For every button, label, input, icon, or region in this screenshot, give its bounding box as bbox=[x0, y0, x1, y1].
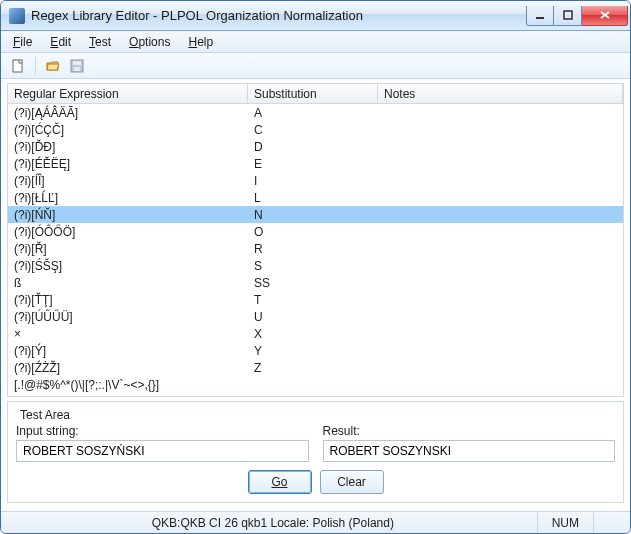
menu-bar: File Edit Test Options Help bbox=[1, 31, 630, 53]
status-num: NUM bbox=[537, 512, 593, 533]
clear-button[interactable]: Clear bbox=[320, 470, 384, 494]
cell-notes bbox=[378, 189, 623, 206]
content-area: Regular Expression Substitution Notes (?… bbox=[1, 79, 630, 511]
maximize-button[interactable] bbox=[554, 6, 582, 26]
grid-header: Regular Expression Substitution Notes bbox=[8, 84, 623, 104]
cell-notes bbox=[378, 291, 623, 308]
column-header-regex[interactable]: Regular Expression bbox=[8, 84, 248, 103]
grid-row[interactable]: (?i)[ĎĐ]D bbox=[8, 138, 623, 155]
grid-row[interactable]: (?i)[Ý]Y bbox=[8, 342, 623, 359]
input-string-label: Input string: bbox=[16, 424, 309, 438]
cell-regex: (?i)[ÉĚËĘ] bbox=[8, 155, 248, 172]
cell-notes bbox=[378, 155, 623, 172]
cell-substitution: SS bbox=[248, 274, 378, 291]
cell-regex: (?i)[ŃŇ] bbox=[8, 206, 248, 223]
cell-regex: (?i)[ĄÁÂÄÃ] bbox=[8, 104, 248, 121]
cell-notes bbox=[378, 257, 623, 274]
cell-substitution: R bbox=[248, 240, 378, 257]
grid-row[interactable]: (?i)[ÍÎ]I bbox=[8, 172, 623, 189]
cell-substitution: L bbox=[248, 189, 378, 206]
grid-row[interactable]: (?i)[ĄÁÂÄÃ]A bbox=[8, 104, 623, 121]
menu-edit[interactable]: Edit bbox=[42, 33, 79, 51]
go-button[interactable]: Go bbox=[248, 470, 312, 494]
cell-regex: (?i)[ÚÛŰÜ] bbox=[8, 308, 248, 325]
test-area-legend: Test Area bbox=[16, 408, 74, 422]
status-empty bbox=[593, 512, 622, 533]
status-center-text: QKB:QKB CI 26 qkb1 Locale: Polish (Polan… bbox=[9, 516, 537, 530]
cell-regex: [.!@#$%^*()\|[?;:.|\V`~<>,{}] bbox=[8, 376, 248, 393]
cell-notes bbox=[378, 172, 623, 189]
cell-notes bbox=[378, 104, 623, 121]
menu-help[interactable]: Help bbox=[180, 33, 221, 51]
status-bar: QKB:QKB CI 26 qkb1 Locale: Polish (Polan… bbox=[1, 511, 630, 533]
test-buttons: Go Clear bbox=[16, 470, 615, 494]
cell-regex: × bbox=[8, 325, 248, 342]
cell-regex: ß bbox=[8, 274, 248, 291]
toolbar bbox=[1, 53, 630, 79]
menu-test[interactable]: Test bbox=[81, 33, 119, 51]
cell-notes bbox=[378, 206, 623, 223]
grid-row[interactable]: (?i)[ÓÔŐÖ]O bbox=[8, 223, 623, 240]
cell-notes bbox=[378, 223, 623, 240]
close-button[interactable] bbox=[582, 6, 628, 26]
result-field[interactable] bbox=[323, 440, 616, 462]
input-string-field[interactable] bbox=[16, 440, 309, 462]
grid-row[interactable]: ßSS bbox=[8, 274, 623, 291]
cell-regex: (?i)[ŁĹĽ] bbox=[8, 189, 248, 206]
menu-options[interactable]: Options bbox=[121, 33, 178, 51]
grid-row[interactable]: (?i)[ŚŠŞ]S bbox=[8, 257, 623, 274]
grid-row[interactable]: (?i)[ŹŻŽ]Z bbox=[8, 359, 623, 376]
cell-regex: (?i)[ÓÔŐÖ] bbox=[8, 223, 248, 240]
menu-file[interactable]: File bbox=[5, 33, 40, 51]
cell-regex: (?i)[ÍÎ] bbox=[8, 172, 248, 189]
cell-notes bbox=[378, 342, 623, 359]
cell-notes bbox=[378, 274, 623, 291]
cell-substitution: C bbox=[248, 121, 378, 138]
svg-rect-6 bbox=[73, 61, 81, 65]
test-area: Test Area Input string: Result: Go Clear bbox=[7, 401, 624, 503]
column-header-notes[interactable]: Notes bbox=[378, 84, 623, 103]
cell-notes bbox=[378, 121, 623, 138]
cell-regex: (?i)[ŚŠŞ] bbox=[8, 257, 248, 274]
cell-substitution: Y bbox=[248, 342, 378, 359]
maximize-icon bbox=[563, 10, 573, 20]
cell-notes bbox=[378, 308, 623, 325]
grid-row[interactable]: (?i)[Ř]R bbox=[8, 240, 623, 257]
grid-row[interactable]: ×X bbox=[8, 325, 623, 342]
toolbar-separator bbox=[35, 57, 36, 75]
cell-notes bbox=[378, 240, 623, 257]
cell-notes bbox=[378, 376, 623, 393]
grid-row[interactable]: (?i)[ŤŢ]T bbox=[8, 291, 623, 308]
cell-substitution: Z bbox=[248, 359, 378, 376]
grid-body[interactable]: (?i)[ĄÁÂÄÃ]A(?i)[ĆÇČ]C(?i)[ĎĐ]D(?i)[ÉĚËĘ… bbox=[8, 104, 623, 396]
column-header-substitution[interactable]: Substitution bbox=[248, 84, 378, 103]
minimize-button[interactable] bbox=[526, 6, 554, 26]
cell-notes bbox=[378, 359, 623, 376]
cell-regex: (?i)[ŤŢ] bbox=[8, 291, 248, 308]
open-folder-icon bbox=[45, 58, 61, 74]
cell-substitution: X bbox=[248, 325, 378, 342]
cell-substitution: S bbox=[248, 257, 378, 274]
result-column: Result: bbox=[323, 424, 616, 462]
open-button[interactable] bbox=[42, 55, 64, 77]
close-icon bbox=[599, 10, 611, 20]
new-button[interactable] bbox=[7, 55, 29, 77]
svg-rect-1 bbox=[564, 11, 572, 19]
save-button[interactable] bbox=[66, 55, 88, 77]
test-inputs: Input string: Result: bbox=[16, 424, 615, 462]
grid-row[interactable]: (?i)[ÚÛŰÜ]U bbox=[8, 308, 623, 325]
save-disk-icon bbox=[69, 58, 85, 74]
grid-row[interactable]: (?i)[ŁĹĽ]L bbox=[8, 189, 623, 206]
app-window: Regex Library Editor - PLPOL Organizatio… bbox=[0, 0, 631, 534]
regex-grid[interactable]: Regular Expression Substitution Notes (?… bbox=[7, 83, 624, 397]
new-file-icon bbox=[10, 58, 26, 74]
grid-row[interactable]: (?i)[ÉĚËĘ]E bbox=[8, 155, 623, 172]
cell-substitution: D bbox=[248, 138, 378, 155]
title-bar: Regex Library Editor - PLPOL Organizatio… bbox=[1, 1, 630, 31]
grid-row[interactable]: (?i)[ĆÇČ]C bbox=[8, 121, 623, 138]
cell-notes bbox=[378, 138, 623, 155]
grid-row[interactable]: (?i)[ŃŇ]N bbox=[8, 206, 623, 223]
cell-regex: (?i)[ŹŻŽ] bbox=[8, 359, 248, 376]
grid-row[interactable]: [.!@#$%^*()\|[?;:.|\V`~<>,{}] bbox=[8, 376, 623, 393]
cell-substitution: N bbox=[248, 206, 378, 223]
